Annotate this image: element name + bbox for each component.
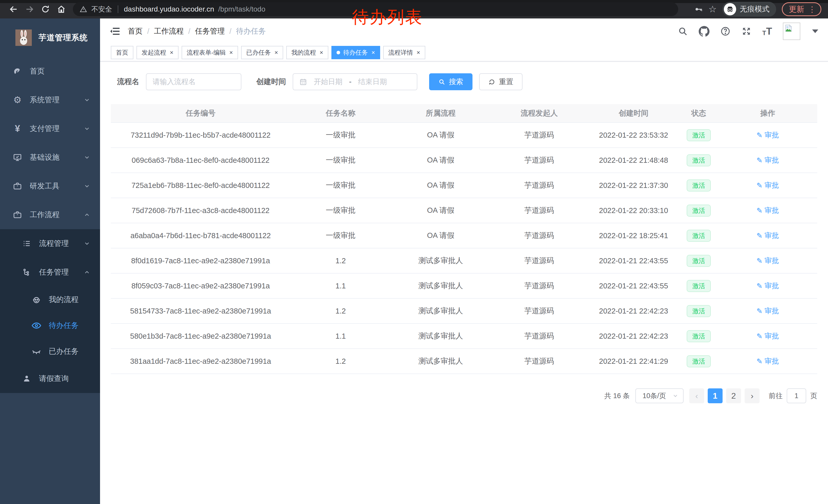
cell-task-name: 一级审批 xyxy=(290,223,391,248)
bookmark-star-icon[interactable]: ☆ xyxy=(708,4,717,15)
tab-todo-tasks[interactable]: 待办任务× xyxy=(331,46,380,59)
tab-process-form-edit[interactable]: 流程表单-编辑× xyxy=(181,46,238,59)
approve-link[interactable]: ✎审批 xyxy=(756,281,779,291)
close-icon[interactable]: × xyxy=(417,49,420,56)
cell-process: 测试多审批人 xyxy=(391,349,490,374)
process-name-input[interactable] xyxy=(153,78,235,86)
cell-create-time: 2022-01-22 21:37:30 xyxy=(588,173,679,198)
approve-link[interactable]: ✎审批 xyxy=(756,306,779,316)
approve-label: 审批 xyxy=(764,130,779,140)
table-row: 580e1b3d-7ac8-11ec-a9e2-a2380e71991a 1.1… xyxy=(111,324,817,349)
pagination-page-2[interactable]: 2 xyxy=(726,388,741,403)
search-icon xyxy=(439,79,445,85)
eye-open-icon xyxy=(30,320,43,331)
tab-label: 流程详情 xyxy=(388,48,413,57)
breadcrumb: 首页 / 工作流程 / 任务管理 / 待办任务 xyxy=(128,26,266,36)
sidebar-collapse-button[interactable] xyxy=(110,26,120,36)
avatar-dropdown-caret-icon[interactable] xyxy=(812,30,818,33)
approve-link[interactable]: ✎审批 xyxy=(756,205,779,215)
pagination-next-button[interactable]: › xyxy=(745,388,759,403)
search-icon[interactable] xyxy=(678,26,688,36)
reset-button[interactable]: 重置 xyxy=(479,73,523,90)
cell-process: OA 请假 xyxy=(391,148,490,173)
github-icon[interactable] xyxy=(699,26,709,37)
hamburger-icon xyxy=(110,26,120,36)
password-key-icon[interactable] xyxy=(694,5,703,13)
sidebar-item-system[interactable]: ⚙ 系统管理 xyxy=(0,86,100,114)
tab-start-process[interactable]: 发起流程× xyxy=(136,46,178,59)
cell-create-time: 2022-01-21 22:42:23 xyxy=(588,324,679,349)
close-icon[interactable]: × xyxy=(170,49,173,56)
browser-update-button[interactable]: 更新 ⋮ xyxy=(782,2,821,16)
tab-label: 待办任务 xyxy=(343,48,368,57)
tab-done-tasks[interactable]: 已办任务× xyxy=(241,46,283,59)
breadcrumb-workflow[interactable]: 工作流程 xyxy=(154,26,184,36)
search-button[interactable]: 搜索 xyxy=(429,73,472,90)
browser-forward-button[interactable] xyxy=(23,2,36,16)
close-icon[interactable]: × xyxy=(275,49,278,56)
monitor-icon xyxy=(11,153,24,162)
breadcrumb-home[interactable]: 首页 xyxy=(128,26,142,36)
browser-reload-button[interactable] xyxy=(38,2,52,16)
tree-icon xyxy=(20,268,33,277)
cell-actions: ✎审批 xyxy=(718,123,817,148)
cell-task-id: 069c6a63-7b8a-11ec-8ef0-acde48001122 xyxy=(111,148,290,173)
cell-starter: 芋道源码 xyxy=(490,173,588,198)
end-date-placeholder: 结束日期 xyxy=(358,77,387,87)
sidebar-item-process-management[interactable]: 流程管理 xyxy=(0,229,100,258)
jump-page-input[interactable] xyxy=(787,388,806,403)
avatar[interactable] xyxy=(783,22,800,40)
browser-back-button[interactable] xyxy=(7,2,20,16)
sidebar-logo-row[interactable]: 芋道管理系统 xyxy=(0,18,100,57)
url-host: dashboard.yudao.iocoder.cn xyxy=(124,5,214,13)
tab-my-process[interactable]: 我的流程× xyxy=(286,46,328,59)
sidebar-item-infrastructure[interactable]: 基础设施 xyxy=(0,143,100,172)
status-badge: 激活 xyxy=(687,204,711,217)
cell-process: OA 请假 xyxy=(391,173,490,198)
pagination-page-1[interactable]: 1 xyxy=(708,388,722,403)
fullscreen-icon[interactable] xyxy=(741,26,752,36)
sidebar-item-leave-query[interactable]: 请假查询 xyxy=(0,364,100,393)
approve-label: 审批 xyxy=(764,256,779,266)
edit-pen-icon: ✎ xyxy=(756,282,762,290)
cell-actions: ✎审批 xyxy=(718,299,817,324)
help-icon[interactable] xyxy=(720,26,731,36)
sidebar-item-my-process[interactable]: 我的流程 xyxy=(0,287,100,313)
page-size-select[interactable]: 10条/页 xyxy=(635,388,684,403)
close-icon[interactable]: × xyxy=(320,49,323,56)
edit-pen-icon: ✎ xyxy=(756,156,762,165)
date-range-picker[interactable]: 开始日期 - 结束日期 xyxy=(293,73,417,90)
cell-actions: ✎审批 xyxy=(718,173,817,198)
cell-create-time: 2022-01-22 23:53:32 xyxy=(588,123,679,148)
approve-link[interactable]: ✎审批 xyxy=(756,331,779,341)
browser-home-button[interactable] xyxy=(54,2,68,16)
approve-link[interactable]: ✎审批 xyxy=(756,130,779,140)
browser-menu-dots-icon[interactable]: ⋮ xyxy=(808,5,816,14)
approve-link[interactable]: ✎审批 xyxy=(756,155,779,165)
approve-link[interactable]: ✎审批 xyxy=(756,180,779,190)
sidebar-item-workflow[interactable]: 工作流程 xyxy=(0,200,100,229)
refresh-icon xyxy=(488,79,495,85)
sidebar-item-payment[interactable]: ¥ 支付管理 xyxy=(0,114,100,143)
approve-link[interactable]: ✎审批 xyxy=(756,256,779,266)
sidebar-item-todo-tasks[interactable]: 待办任务 xyxy=(0,313,100,338)
col-create-time: 创建时间 xyxy=(588,104,679,123)
approve-link[interactable]: ✎审批 xyxy=(756,356,779,366)
breadcrumb-task-management[interactable]: 任务管理 xyxy=(195,26,225,36)
sidebar-item-home[interactable]: 首页 xyxy=(0,57,100,86)
col-starter: 流程发起人 xyxy=(490,104,588,123)
cell-process: OA 请假 xyxy=(391,198,490,223)
breadcrumb-separator: / xyxy=(229,27,232,36)
sidebar-item-task-management[interactable]: 任务管理 xyxy=(0,258,100,287)
close-icon[interactable]: × xyxy=(371,49,375,56)
approve-label: 审批 xyxy=(764,331,779,341)
approve-link[interactable]: ✎审批 xyxy=(756,231,779,240)
sidebar-item-dev-tools[interactable]: 研发工具 xyxy=(0,172,100,200)
tab-process-detail[interactable]: 流程详情× xyxy=(383,46,425,59)
sidebar-item-done-tasks[interactable]: 已办任务 xyxy=(0,338,100,364)
tab-home[interactable]: 首页 xyxy=(111,46,133,59)
close-icon[interactable]: × xyxy=(229,49,233,56)
font-size-icon[interactable]: TT xyxy=(762,27,772,36)
incognito-icon xyxy=(724,3,736,15)
pagination-prev-button[interactable]: ‹ xyxy=(689,388,704,403)
